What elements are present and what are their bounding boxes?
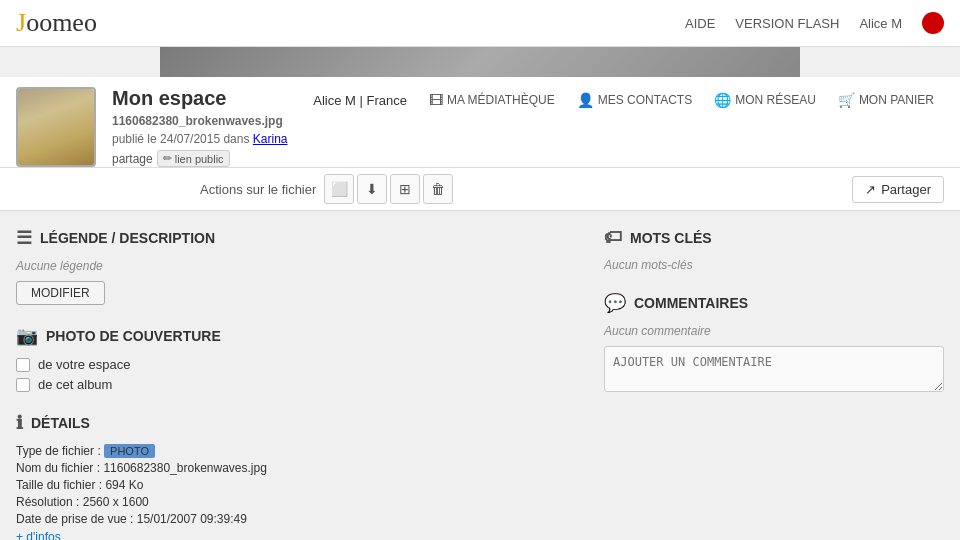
commentaire-input[interactable]: [604, 346, 944, 392]
resolution-label: Résolution :: [16, 495, 79, 509]
detail-type: Type de fichier : PHOTO: [16, 444, 584, 458]
mes-contacts-btn[interactable]: 👤 MES CONTACTS: [567, 87, 702, 113]
commentaires-section: 💬 COMMENTAIRES Aucun commentaire: [604, 292, 944, 395]
panier-icon: 🛒: [838, 92, 855, 108]
photo-cover-icon: 📷: [16, 325, 38, 347]
chat-icon: 💬: [604, 292, 626, 314]
radio-espace-label: de votre espace: [38, 357, 131, 372]
type-label: Type de fichier :: [16, 444, 101, 458]
profile-section: Mon espace 1160682380_brokenwaves.jpg pu…: [0, 77, 960, 168]
profile-avatar: [16, 87, 96, 167]
actions-bar: Actions sur le fichier ⬜ ⬇ ⊞ 🗑 ↗ Partage…: [0, 168, 960, 211]
reseau-label: MON RÉSEAU: [735, 93, 816, 107]
photo-couverture-section: 📷 PHOTO DE COUVERTURE de votre espace de…: [16, 325, 584, 392]
taille-label: Taille du fichier :: [16, 478, 102, 492]
mon-reseau-btn[interactable]: 🌐 MON RÉSEAU: [704, 87, 826, 113]
mediatheque-label: MA MÉDIATHÈQUE: [447, 93, 555, 107]
plus-dinfos-link[interactable]: + d'infos: [16, 530, 61, 540]
action-download-btn[interactable]: ⬇: [357, 174, 387, 204]
banner: [160, 47, 800, 77]
ma-mediatheque-btn[interactable]: 🎞 MA MÉDIATHÈQUE: [419, 87, 565, 113]
radio-espace-box[interactable]: [16, 358, 30, 372]
partage-label: partage: [112, 152, 153, 166]
reseau-icon: 🌐: [714, 92, 731, 108]
mediatheque-icon: 🎞: [429, 92, 443, 108]
action-screen-btn[interactable]: ⬜: [324, 174, 354, 204]
photo-badge: PHOTO: [104, 444, 155, 458]
detail-nom: Nom du fichier : 1160682380_brokenwaves.…: [16, 461, 584, 475]
file-name: 1160682380_brokenwaves.jpg: [112, 114, 283, 128]
mots-cles-section: 🏷 MOTS CLÉS Aucun mots-clés: [604, 227, 944, 272]
aide-link[interactable]: AIDE: [685, 16, 715, 31]
detail-taille: Taille du fichier : 694 Ko: [16, 478, 584, 492]
commentaires-title-text: COMMENTAIRES: [634, 295, 748, 311]
detail-resolution: Résolution : 2560 x 1600: [16, 495, 584, 509]
nom-value: 1160682380_brokenwaves.jpg: [103, 461, 266, 475]
mots-cles-title: 🏷 MOTS CLÉS: [604, 227, 944, 248]
taille-value: 694 Ko: [105, 478, 143, 492]
profile-meta: 1160682380_brokenwaves.jpg: [112, 114, 944, 128]
photo-couverture-title: 📷 PHOTO DE COUVERTURE: [16, 325, 584, 347]
modifier-button[interactable]: MODIFIER: [16, 281, 105, 305]
lien-public-badge: ✏ lien public: [157, 150, 230, 167]
partager-btn[interactable]: ↗ Partager: [852, 176, 944, 203]
action-trash-btn[interactable]: 🗑: [423, 174, 453, 204]
profile-partage: partage ✏ lien public: [112, 150, 944, 167]
details-section: ℹ DÉTAILS Type de fichier : PHOTO Nom du…: [16, 412, 584, 540]
actions-group: Actions sur le fichier ⬜ ⬇ ⊞ 🗑: [200, 174, 456, 204]
radio-album-label: de cet album: [38, 377, 112, 392]
details-title: ℹ DÉTAILS: [16, 412, 584, 434]
right-column: 🏷 MOTS CLÉS Aucun mots-clés 💬 COMMENTAIR…: [604, 227, 944, 540]
main-content: ☰ LÉGENDE / DESCRIPTION Aucune légende M…: [0, 211, 960, 540]
mots-cles-title-text: MOTS CLÉS: [630, 230, 712, 246]
nav-right: Alice M | France 🎞 MA MÉDIATHÈQUE 👤 MES …: [313, 87, 944, 113]
resolution-value: 2560 x 1600: [83, 495, 149, 509]
radio-espace[interactable]: de votre espace: [16, 357, 584, 372]
left-column: ☰ LÉGENDE / DESCRIPTION Aucune légende M…: [16, 227, 584, 540]
legende-title: ☰ LÉGENDE / DESCRIPTION: [16, 227, 584, 249]
list-icon: ☰: [16, 227, 32, 249]
published-meta: publié le 24/07/2015 dans Karina: [112, 132, 944, 146]
share-icon: ↗: [865, 182, 876, 197]
logo-j: J: [16, 8, 26, 38]
avatar-small: [922, 12, 944, 34]
radio-album-box[interactable]: [16, 378, 30, 392]
logo: Joomeo: [16, 8, 97, 38]
published-text: publié le 24/07/2015 dans: [112, 132, 249, 146]
radio-album[interactable]: de cet album: [16, 377, 584, 392]
header-right: AIDE VERSION FLASH Alice M: [685, 12, 944, 34]
panier-label: MON PANIER: [859, 93, 934, 107]
details-title-text: DÉTAILS: [31, 415, 90, 431]
mon-panier-btn[interactable]: 🛒 MON PANIER: [828, 87, 944, 113]
contacts-label: MES CONTACTS: [598, 93, 692, 107]
version-flash-link[interactable]: VERSION FLASH: [735, 16, 839, 31]
photo-couverture-title-text: PHOTO DE COUVERTURE: [46, 328, 221, 344]
date-label: Date de prise de vue :: [16, 512, 133, 526]
actions-label: Actions sur le fichier: [200, 182, 316, 197]
detail-date: Date de prise de vue : 15/01/2007 09:39:…: [16, 512, 584, 526]
pencil-icon: ✏: [163, 152, 172, 165]
legende-section: ☰ LÉGENDE / DESCRIPTION Aucune légende M…: [16, 227, 584, 305]
karina-link[interactable]: Karina: [253, 132, 288, 146]
profile-avatar-image: [18, 89, 94, 165]
tag-icon: 🏷: [604, 227, 622, 248]
aucun-commentaire: Aucun commentaire: [604, 324, 944, 338]
partager-label: Partager: [881, 182, 931, 197]
aucun-mots-cles: Aucun mots-clés: [604, 258, 944, 272]
aucune-legende: Aucune légende: [16, 259, 584, 273]
logo-text: oomeo: [26, 8, 97, 38]
contacts-icon: 👤: [577, 92, 594, 108]
user-name: Alice M | France: [313, 93, 407, 108]
legende-title-text: LÉGENDE / DESCRIPTION: [40, 230, 215, 246]
commentaires-title: 💬 COMMENTAIRES: [604, 292, 944, 314]
alice-link[interactable]: Alice M: [859, 16, 902, 31]
lien-public-text: lien public: [175, 153, 224, 165]
header: Joomeo AIDE VERSION FLASH Alice M: [0, 0, 960, 47]
nom-label: Nom du fichier :: [16, 461, 100, 475]
info-icon: ℹ: [16, 412, 23, 434]
date-value: 15/01/2007 09:39:49: [137, 512, 247, 526]
action-grid-btn[interactable]: ⊞: [390, 174, 420, 204]
